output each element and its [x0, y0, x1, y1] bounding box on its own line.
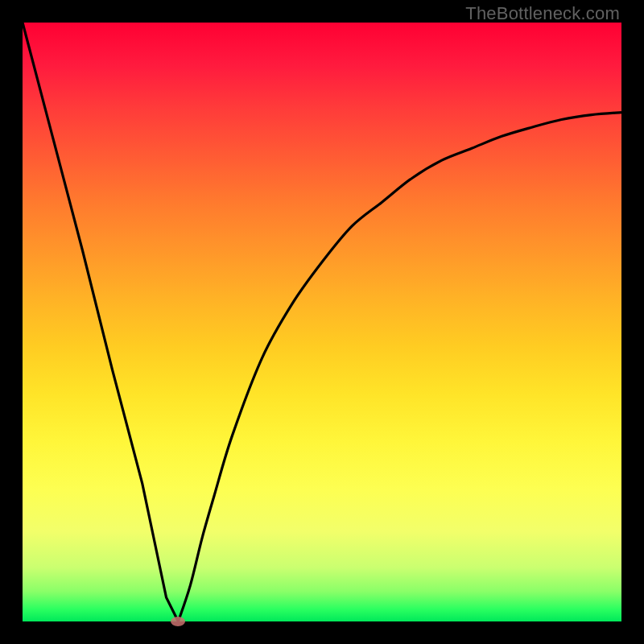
watermark-text: TheBottleneck.com — [465, 3, 620, 24]
plot-frame — [23, 23, 621, 621]
bottleneck-curve — [23, 23, 621, 621]
minimum-marker-dot — [171, 617, 185, 626]
curve-path — [23, 23, 621, 621]
